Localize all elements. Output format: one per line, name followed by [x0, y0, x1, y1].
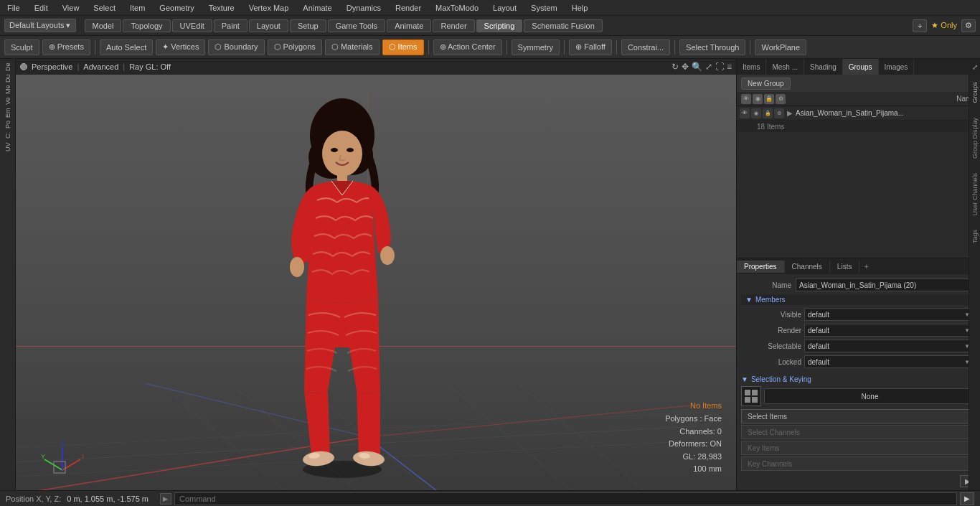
selection-keying-title[interactable]: ▼ Selection & Keying: [741, 375, 976, 383]
advanced-label[interactable]: Advanced: [83, 62, 118, 71]
layout-dropdown[interactable]: Default Layouts ▾: [4, 19, 76, 32]
group-icon-eye[interactable]: 👁: [741, 94, 751, 104]
group-icon-settings[interactable]: ⚙: [776, 94, 786, 104]
new-group-button[interactable]: New Group: [741, 78, 791, 90]
menu-item[interactable]: Item: [127, 2, 148, 14]
selectable-select[interactable]: default: [804, 339, 973, 352]
tab-render[interactable]: Render: [433, 19, 474, 32]
tab-game-tools[interactable]: Game Tools: [328, 19, 386, 32]
group-icon-lock[interactable]: 🔒: [764, 94, 774, 104]
menu-system[interactable]: System: [528, 2, 560, 14]
tab-animate[interactable]: Animate: [387, 19, 431, 32]
tab-items[interactable]: Items: [737, 59, 766, 75]
group-settings-btn[interactable]: ⚙: [774, 108, 784, 118]
members-section[interactable]: ▼ Members: [741, 294, 976, 305]
menu-edit[interactable]: Edit: [32, 2, 51, 14]
viewport-dot[interactable]: [20, 63, 27, 70]
menu-texture[interactable]: Texture: [206, 2, 237, 14]
tab-topology[interactable]: Topology: [123, 19, 170, 32]
menu-render[interactable]: Render: [392, 2, 424, 14]
group-row-0[interactable]: 👁 ◉ 🔒 ⚙ ▶ Asian_Woman_in_Satin_Pijama...: [737, 106, 980, 121]
action-center-button[interactable]: ⊕ Action Center: [433, 39, 502, 55]
pan-icon[interactable]: ✥: [682, 62, 689, 72]
auto-select-button[interactable]: Auto Select: [100, 39, 153, 55]
command-icon[interactable]: ▶: [160, 493, 171, 505]
vertices-button[interactable]: ✦ Vertices: [156, 39, 205, 55]
tab-paint[interactable]: Paint: [214, 19, 248, 32]
menu-vertex-map[interactable]: Vertex Map: [246, 2, 292, 14]
fullscreen-icon[interactable]: ⛶: [715, 62, 724, 72]
group-expand-arrow[interactable]: ▶: [787, 109, 793, 117]
v-tab-user-channels[interactable]: User Channels: [971, 169, 979, 220]
render-select[interactable]: default: [804, 324, 973, 337]
ray-gl-label[interactable]: Ray GL: Off: [129, 62, 171, 71]
v-tab-group-display[interactable]: Group Display: [971, 113, 979, 163]
select-items-button[interactable]: Select Items: [741, 409, 976, 423]
tab-properties[interactable]: Properties: [737, 261, 785, 273]
tab-channels[interactable]: Channels: [785, 261, 830, 273]
falloff-button[interactable]: ⊕ Falloff: [569, 39, 612, 55]
select-through-button[interactable]: Select Through: [679, 39, 745, 55]
select-channels-button[interactable]: Select Channels: [741, 425, 976, 439]
workplane-button[interactable]: WorkPlane: [755, 39, 806, 55]
tab-scripting[interactable]: Scripting: [476, 19, 523, 32]
group-eye-btn[interactable]: 👁: [740, 108, 750, 118]
add-layout-button[interactable]: +: [913, 19, 927, 32]
none-button[interactable]: None: [764, 388, 976, 404]
command-input[interactable]: [174, 492, 957, 505]
sidebar-item-c[interactable]: C:: [1, 131, 14, 141]
rotate-icon[interactable]: ↻: [672, 62, 679, 72]
name-input[interactable]: [796, 278, 976, 291]
sidebar-item-pol[interactable]: Po: [1, 119, 14, 129]
menu-maxtomodo[interactable]: MaxToModo: [433, 2, 481, 14]
gear-button[interactable]: ⚙: [961, 19, 976, 32]
viewport[interactable]: Perspective | Advanced | Ray GL: Off ↻ ✥…: [16, 59, 736, 490]
constraints-button[interactable]: Constrai...: [621, 39, 670, 55]
star-only-label[interactable]: ★ Only: [931, 21, 957, 30]
menu-layout[interactable]: Layout: [490, 2, 519, 14]
group-icon-render[interactable]: ◉: [753, 94, 763, 104]
boundary-button[interactable]: ⬡ Boundary: [208, 39, 264, 55]
add-tab-button[interactable]: +: [859, 260, 872, 273]
sidebar-item-uv[interactable]: UV: [1, 142, 14, 152]
zoom-icon[interactable]: 🔍: [692, 62, 702, 72]
sidebar-item-de[interactable]: De: [1, 62, 14, 72]
menu-view[interactable]: View: [60, 2, 83, 14]
locked-select[interactable]: default: [804, 355, 973, 368]
fit-icon[interactable]: ⤢: [705, 62, 712, 72]
sidebar-item-em[interactable]: Em: [1, 108, 14, 118]
tab-uvedit[interactable]: UVEdit: [172, 19, 212, 32]
tab-schematic-fusion[interactable]: Schematic Fusion: [524, 19, 602, 32]
v-tab-tags[interactable]: Tags: [971, 225, 979, 248]
key-items-button[interactable]: Key Items: [741, 441, 976, 455]
sculpt-button[interactable]: Sculpt: [4, 39, 39, 55]
polygons-button[interactable]: ⬡ Polygons: [268, 39, 322, 55]
symmetry-button[interactable]: Symmetry: [512, 39, 560, 55]
tab-shading[interactable]: Shading: [804, 59, 843, 75]
menu-file[interactable]: File: [4, 2, 23, 14]
materials-button[interactable]: ⬡ Materials: [325, 39, 380, 55]
menu-help[interactable]: Help: [569, 2, 591, 14]
menu-icon[interactable]: ≡: [727, 62, 732, 72]
tab-lists[interactable]: Lists: [830, 261, 860, 273]
group-lock-btn[interactable]: 🔒: [763, 108, 773, 118]
tab-layout[interactable]: Layout: [249, 19, 288, 32]
command-submit-button[interactable]: ▶: [960, 492, 974, 505]
menu-dynamics[interactable]: Dynamics: [344, 2, 384, 14]
tab-model[interactable]: Model: [85, 19, 122, 32]
sidebar-item-dup[interactable]: Du: [1, 73, 14, 83]
menu-geometry[interactable]: Geometry: [156, 2, 197, 14]
visible-select[interactable]: default: [804, 308, 973, 321]
items-button[interactable]: ⬡ Items: [382, 39, 424, 55]
menu-animate[interactable]: Animate: [300, 2, 334, 14]
sidebar-item-mes[interactable]: Me: [1, 85, 14, 95]
tab-setup[interactable]: Setup: [290, 19, 326, 32]
group-render-btn[interactable]: ◉: [751, 108, 761, 118]
tab-images[interactable]: Images: [879, 59, 915, 75]
key-channels-button[interactable]: Key Channels: [741, 456, 976, 471]
tab-mesh[interactable]: Mesh ...: [766, 59, 804, 75]
menu-select[interactable]: Select: [90, 2, 118, 14]
presets-button[interactable]: ⊕ Presets: [42, 39, 90, 55]
expand-icon[interactable]: ⤢: [972, 63, 978, 71]
tab-groups[interactable]: Groups: [843, 59, 879, 75]
